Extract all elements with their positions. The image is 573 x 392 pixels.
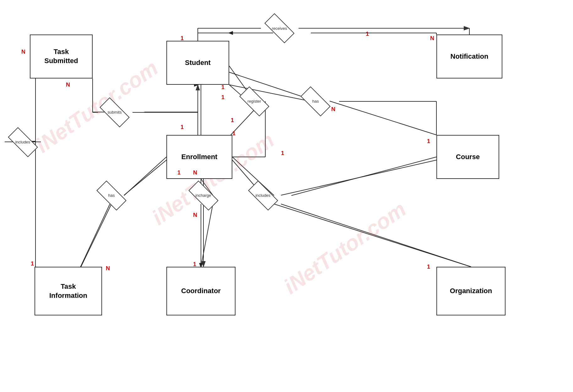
svg-line-59 xyxy=(281,204,471,267)
card-n-task-information-top: N xyxy=(106,265,110,272)
diamond-includes-left: includes xyxy=(5,133,41,151)
entity-task-information: Task Information xyxy=(35,267,102,315)
entity-organization: Organization xyxy=(436,267,505,315)
entity-course: Course xyxy=(436,135,499,179)
diamond-includes-right: includes xyxy=(245,187,281,204)
card-n-notification-top: N xyxy=(430,35,434,42)
card-1-notification-left: 1 xyxy=(366,31,369,37)
card-1-student-top: 1 xyxy=(181,35,184,42)
card-n-task-submitted-bottom: N xyxy=(66,82,70,88)
card-1-enrollment-includes-right: 1 xyxy=(281,150,284,157)
card-1-enrollment-right: 1 xyxy=(232,130,235,137)
entity-student: Student xyxy=(166,41,229,85)
diamond-has-task: has xyxy=(97,187,126,204)
card-1-student-right-2: 1 xyxy=(221,94,224,101)
card-n-task-submitted-left: N xyxy=(21,49,25,55)
card-1-organization-left: 1 xyxy=(427,264,430,270)
card-1-enrollment-register: 1 xyxy=(231,117,234,124)
card-n-enrollment-bottom: N xyxy=(193,169,197,176)
entity-enrollment: Enrollment xyxy=(166,135,232,179)
svg-line-51 xyxy=(330,101,436,135)
diamond-has-course: has xyxy=(301,93,330,110)
card-1-enrollment-left: 1 xyxy=(177,169,181,176)
card-1-coordinator-top: 1 xyxy=(193,261,196,268)
svg-line-53 xyxy=(124,160,166,195)
diamond-incharge: incharge xyxy=(185,187,221,204)
card-n-has-course: N xyxy=(331,106,335,113)
diamond-receives: receives xyxy=(261,19,298,38)
card-n-incharge-top: N xyxy=(193,212,197,218)
diamond-register: register xyxy=(237,93,272,110)
er-diagram: Task Submitted Student Notification Enro… xyxy=(0,0,573,392)
card-1-course-left: 1 xyxy=(427,138,430,145)
card-1-task-information-right: 1 xyxy=(31,260,34,267)
entity-coordinator: Coordinator xyxy=(166,267,235,315)
card-1-enrollment-top: 1 xyxy=(181,124,184,131)
entity-notification: Notification xyxy=(436,35,502,78)
diamond-submits: submits xyxy=(97,104,132,121)
entity-task-submitted: Task Submitted xyxy=(30,35,93,78)
card-1-student-right-1: 1 xyxy=(221,84,224,91)
svg-line-61 xyxy=(281,160,436,195)
